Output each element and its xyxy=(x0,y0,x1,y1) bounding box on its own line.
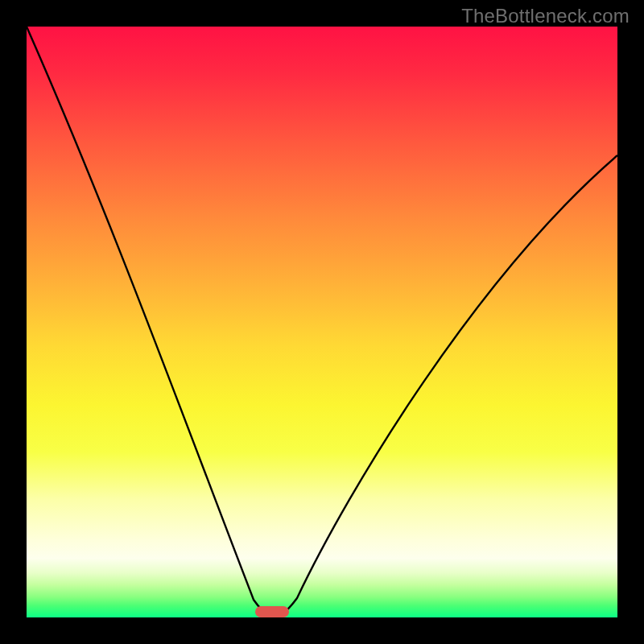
bottleneck-curve-right xyxy=(275,155,617,617)
watermark-text: TheBottleneck.com xyxy=(461,5,630,27)
curve-layer xyxy=(27,27,617,617)
bottleneck-curve-left xyxy=(27,27,275,617)
minimum-marker xyxy=(255,606,289,617)
chart-frame: TheBottleneck.com xyxy=(0,0,644,644)
plot-area xyxy=(27,27,617,617)
